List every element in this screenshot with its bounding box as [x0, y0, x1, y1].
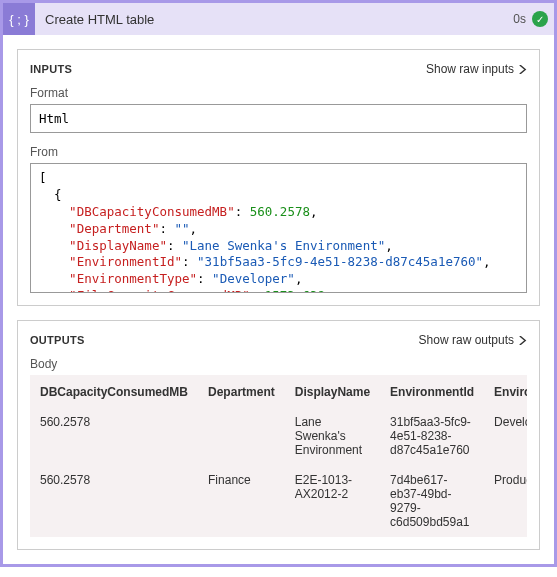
show-raw-outputs-label: Show raw outputs	[419, 333, 514, 347]
table-cell: 7d4be617-eb37-49bd-9279-c6d509bd59a1	[380, 465, 484, 537]
body-label: Body	[30, 357, 527, 371]
table-cell: Lane Swenka's Environment	[285, 407, 380, 465]
chevron-right-icon	[518, 65, 527, 74]
from-json-viewer[interactable]: [ { "DBCapacityConsumedMB": 560.2578, "D…	[30, 163, 527, 293]
column-header: DisplayName	[285, 377, 380, 407]
body-section: DBCapacityConsumedMBDepartmentDisplayNam…	[30, 375, 527, 537]
output-table-scroll[interactable]: DBCapacityConsumedMBDepartmentDisplayNam…	[30, 377, 527, 537]
format-label: Format	[30, 86, 527, 100]
show-raw-outputs-link[interactable]: Show raw outputs	[419, 333, 527, 347]
inputs-title: INPUTS	[30, 63, 426, 75]
table-cell: Developer	[484, 407, 527, 465]
output-table: DBCapacityConsumedMBDepartmentDisplayNam…	[30, 377, 527, 537]
data-operations-icon: { ; }	[3, 3, 35, 35]
column-header: Department	[198, 377, 285, 407]
chevron-right-icon	[518, 336, 527, 345]
card-title: Create HTML table	[35, 12, 513, 27]
success-check-icon: ✓	[532, 11, 548, 27]
column-header: EnvironmentId	[380, 377, 484, 407]
from-label: From	[30, 145, 527, 159]
show-raw-inputs-link[interactable]: Show raw inputs	[426, 62, 527, 76]
table-cell: Production	[484, 465, 527, 537]
outputs-panel: OUTPUTS Show raw outputs Body DBCapacity…	[17, 320, 540, 550]
format-value[interactable]: Html	[30, 104, 527, 133]
table-cell: E2E-1013-AX2012-2	[285, 465, 380, 537]
card-body: INPUTS Show raw inputs Format Html From …	[3, 35, 554, 564]
table-cell: Finance	[198, 465, 285, 537]
action-card: { ; } Create HTML table 0s ✓ INPUTS Show…	[0, 0, 557, 567]
inputs-panel: INPUTS Show raw inputs Format Html From …	[17, 49, 540, 306]
table-cell: 31bf5aa3-5fc9-4e51-8238-d87c45a1e760	[380, 407, 484, 465]
column-header: DBCapacityConsumedMB	[30, 377, 198, 407]
duration-label: 0s	[513, 12, 532, 26]
table-cell	[198, 407, 285, 465]
table-cell: 560.2578	[30, 465, 198, 537]
column-header: Environment	[484, 377, 527, 407]
outputs-title: OUTPUTS	[30, 334, 419, 346]
table-row: 560.2578FinanceE2E-1013-AX2012-27d4be617…	[30, 465, 527, 537]
table-row: 560.2578Lane Swenka's Environment31bf5aa…	[30, 407, 527, 465]
card-header: { ; } Create HTML table 0s ✓	[3, 3, 554, 35]
show-raw-inputs-label: Show raw inputs	[426, 62, 514, 76]
table-cell: 560.2578	[30, 407, 198, 465]
